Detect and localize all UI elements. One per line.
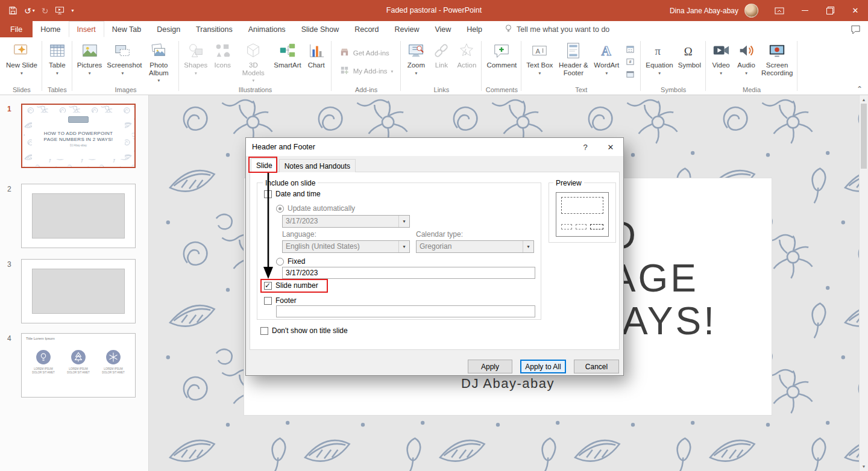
chevron-down-icon: ▾ (157, 77, 160, 85)
action-icon (458, 41, 476, 60)
slide-thumbnail-1[interactable]: HOW TO ADD POWERPOINT PAGE NUMBERS IN 2 … (21, 104, 136, 168)
button-label: Screenshot (107, 61, 138, 69)
tab-notes-and-handouts[interactable]: Notes and Handouts (279, 159, 356, 172)
update-automatically-radio[interactable] (276, 205, 284, 213)
group-label: Slides (13, 84, 31, 95)
vertical-scrollbar[interactable]: ▲ ▼ (859, 95, 868, 471)
chevron-down-icon: ▾ (538, 70, 541, 78)
tab-transitions[interactable]: Transitions (188, 21, 241, 37)
zoom-icon (407, 41, 425, 60)
tab-help[interactable]: Help (459, 21, 490, 37)
zoom-button[interactable]: Zoom ▾ (404, 39, 428, 84)
scroll-up-icon[interactable]: ▲ (860, 95, 868, 104)
apply-to-all-button[interactable]: Apply to All (520, 360, 566, 373)
dialog-help-button[interactable]: ? (573, 138, 598, 156)
chevron-down-icon: ▾ (89, 70, 91, 78)
screenshot-button[interactable]: Screenshot ▾ (105, 39, 140, 85)
customize-qat-icon[interactable]: ▾ (71, 8, 74, 13)
3d-models-icon (244, 41, 262, 60)
group-label: Media (743, 84, 761, 95)
pictures-button[interactable]: Pictures ▾ (75, 39, 104, 85)
cancel-button[interactable]: Cancel (574, 360, 619, 373)
tab-view[interactable]: View (427, 21, 459, 37)
date-format-value: 3/17/2023 (283, 216, 398, 227)
chevron-down-icon: ▾ (415, 70, 417, 78)
calendar-type-combobox[interactable]: Gregorian ▾ (416, 240, 534, 253)
video-button[interactable]: Video ▾ (709, 39, 733, 84)
tab-home[interactable]: Home (33, 21, 68, 37)
annotation-arrow-down (262, 173, 275, 280)
thumbnail-banner-graphic (68, 116, 89, 123)
restore-button[interactable] (817, 0, 843, 21)
undo-icon[interactable]: ↺▾ (24, 7, 35, 15)
symbol-button[interactable]: Ω Symbol (676, 39, 703, 84)
tab-insert[interactable]: Insert (69, 21, 104, 37)
group-label: Comments (486, 84, 518, 95)
lightbulb-icon (36, 349, 51, 365)
tab-new-tab[interactable]: New Tab (104, 21, 149, 37)
comment-button[interactable]: Comment (485, 39, 518, 84)
collapse-ribbon-icon[interactable]: ⌃ (857, 85, 863, 93)
scroll-down-icon[interactable]: ▼ (860, 462, 868, 471)
apply-button[interactable]: Apply (468, 360, 512, 373)
slide-number-icon[interactable]: # (624, 57, 636, 67)
wordart-button[interactable]: A WordArt ▾ (592, 39, 621, 84)
audio-button[interactable]: Audio ▾ (734, 39, 758, 84)
tab-review[interactable]: Review (386, 21, 427, 37)
language-combobox[interactable]: English (United States) ▾ (282, 240, 410, 253)
dont-show-checkbox[interactable] (260, 327, 268, 335)
close-button[interactable]: ✕ (843, 0, 868, 21)
preview-date-placeholder (561, 224, 572, 229)
tab-record[interactable]: Record (347, 21, 386, 37)
tab-file[interactable]: File (0, 21, 33, 37)
footer-checkbox[interactable] (264, 297, 272, 305)
table-button[interactable]: Table ▾ (45, 39, 69, 84)
slide-thumbnail-3[interactable] (21, 259, 136, 323)
ribbon-group-illustrations: Shapes ▾ Icons 3D Models ▾ (179, 37, 331, 95)
ribbon-tab-row: File Home Insert New Tab Design Transiti… (0, 21, 868, 37)
ribbon-group-comments: Comment Comments (482, 37, 521, 95)
svg-text:Ω: Ω (684, 45, 693, 58)
slide-number-label: 4 (7, 334, 11, 343)
ribbon-display-options-icon[interactable] (767, 0, 792, 21)
preview-group-label: Preview (553, 179, 584, 187)
group-label: Tables (48, 84, 67, 95)
text-box-button[interactable]: A Text Box ▾ (524, 39, 555, 84)
thumbnail-title: HOW TO ADD POWERPOINT PAGE NUMBERS IN 2 … (41, 131, 116, 142)
slide-thumbnail-4[interactable]: Title Lorem Ipsum LOREM IPSUM DOLOR SIT … (21, 333, 136, 398)
equation-button[interactable]: π Equation ▾ (644, 39, 675, 84)
dialog-title-bar[interactable]: Header and Footer ? ✕ (246, 138, 623, 156)
tell-me-box[interactable]: Tell me what you want to do (505, 21, 609, 37)
footer-row: Footer (264, 296, 297, 305)
wordart-icon: A (597, 41, 615, 60)
scrollbar-thumb[interactable] (861, 104, 867, 169)
new-slide-button[interactable]: New Slide ▾ (4, 39, 39, 84)
button-label: Shapes (184, 61, 207, 69)
date-time-icon[interactable] (624, 44, 636, 54)
button-label: New Slide (6, 61, 37, 69)
save-icon[interactable] (8, 6, 17, 15)
fixed-radio[interactable] (276, 258, 284, 266)
object-icon[interactable] (624, 69, 636, 80)
screen-recording-button[interactable]: Screen Recording (760, 39, 794, 84)
header-footer-button[interactable]: Header & Footer (556, 39, 591, 84)
tab-animations[interactable]: Animations (241, 21, 294, 37)
button-label: Zoom (407, 61, 425, 69)
avatar[interactable] (744, 4, 758, 17)
group-label: Text (575, 84, 587, 95)
smartart-button[interactable]: SmartArt (272, 39, 303, 85)
slide-thumbnail-2[interactable] (21, 184, 136, 248)
date-format-combobox[interactable]: 3/17/2023 ▾ (282, 215, 410, 228)
tab-design[interactable]: Design (149, 21, 188, 37)
user-name[interactable]: Dina Jane Abay-abay (670, 7, 738, 15)
chart-button[interactable]: Chart (304, 39, 329, 85)
start-slideshow-icon[interactable] (55, 6, 64, 15)
dialog-close-button[interactable]: ✕ (598, 138, 623, 156)
fixed-date-input[interactable]: 3/17/2023 (282, 267, 535, 279)
photo-album-button[interactable]: Photo Album ▾ (141, 39, 176, 85)
minimize-button[interactable] (792, 0, 817, 21)
feedback-icon[interactable] (851, 21, 861, 37)
tab-slide-show[interactable]: Slide Show (294, 21, 347, 37)
button-label: WordArt (594, 61, 619, 69)
footer-input[interactable] (276, 305, 535, 317)
